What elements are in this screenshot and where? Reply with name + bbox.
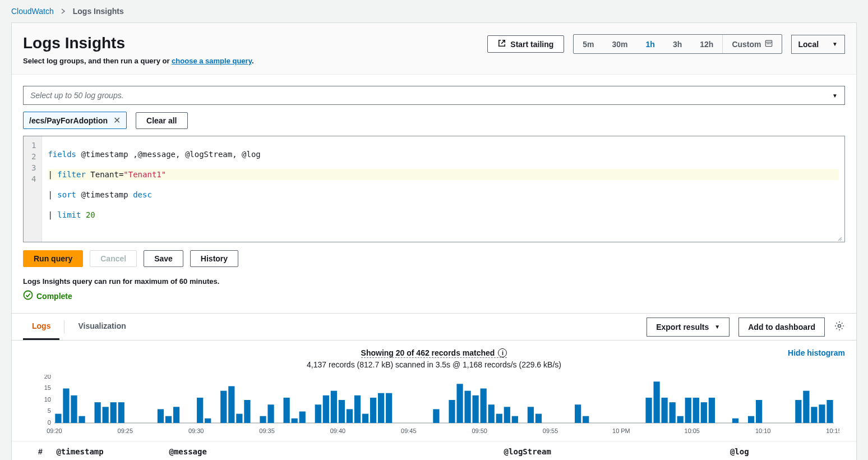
svg-rect-48: [464, 391, 470, 423]
breadcrumb-current: Logs Insights: [73, 7, 124, 16]
run-query-button[interactable]: Run query: [23, 250, 83, 267]
timezone-select[interactable]: Local ▼: [791, 35, 845, 54]
breadcrumb-parent[interactable]: CloudWatch: [11, 7, 54, 16]
svg-point-6: [838, 325, 841, 328]
svg-rect-70: [756, 400, 762, 423]
query-duration-note: Logs Insights query can run for maximum …: [23, 277, 845, 286]
result-tabs: Logs Visualization: [23, 314, 135, 340]
gear-icon[interactable]: [834, 320, 845, 333]
status-badge: Complete: [23, 290, 72, 302]
svg-rect-26: [220, 391, 227, 423]
caret-down-icon: ▼: [832, 93, 838, 99]
svg-rect-56: [535, 414, 542, 423]
svg-rect-75: [827, 400, 833, 423]
tab-logs[interactable]: Logs: [23, 314, 59, 340]
svg-rect-23: [173, 407, 179, 423]
svg-rect-69: [748, 416, 754, 423]
svg-rect-34: [299, 412, 306, 424]
start-tailing-button[interactable]: Start tailing: [487, 35, 564, 53]
time-option-3h[interactable]: 3h: [664, 35, 691, 53]
remove-token-icon[interactable]: ✕: [113, 115, 121, 126]
svg-rect-25: [205, 418, 211, 423]
query-editor[interactable]: 1234 fields @timestamp ,@message, @logSt…: [23, 136, 845, 242]
svg-rect-14: [63, 389, 69, 424]
time-option-12h[interactable]: 12h: [691, 35, 722, 53]
svg-rect-15: [71, 395, 77, 423]
histogram-chart[interactable]: 0510152009:2009:2509:3009:3509:4009:4509…: [12, 371, 856, 441]
line-gutter: 1234: [24, 136, 42, 242]
panel-header: Logs Insights Select log groups, and the…: [12, 23, 856, 75]
svg-text:10:10: 10:10: [755, 427, 770, 434]
svg-rect-50: [481, 389, 487, 424]
time-option-5m[interactable]: 5m: [574, 35, 603, 53]
col-log[interactable]: @log: [723, 441, 868, 460]
svg-rect-59: [645, 398, 652, 423]
caret-down-icon: ▼: [714, 324, 720, 330]
svg-rect-49: [473, 395, 479, 423]
resize-handle-icon[interactable]: [837, 234, 843, 241]
svg-rect-54: [512, 416, 518, 423]
query-code[interactable]: fields @timestamp ,@message, @logStream,…: [42, 136, 844, 242]
export-results-button[interactable]: Export results ▼: [647, 318, 730, 337]
svg-rect-16: [79, 416, 85, 423]
svg-rect-63: [677, 416, 684, 423]
svg-rect-57: [575, 404, 581, 423]
svg-text:20: 20: [44, 375, 51, 380]
svg-text:15: 15: [44, 384, 51, 391]
svg-rect-22: [165, 416, 172, 423]
svg-rect-45: [433, 409, 439, 423]
external-link-icon: [498, 39, 506, 49]
info-icon[interactable]: i: [498, 348, 507, 357]
hide-histogram-link[interactable]: Hide histogram: [788, 348, 845, 357]
col-message[interactable]: @message: [162, 441, 497, 460]
svg-rect-53: [504, 407, 510, 423]
svg-text:10 PM: 10 PM: [612, 427, 630, 434]
time-option-custom[interactable]: Custom: [723, 35, 781, 53]
svg-rect-73: [811, 407, 817, 423]
svg-rect-47: [456, 384, 463, 423]
page-subtitle: Select log groups, and then run a query …: [23, 57, 254, 65]
svg-rect-40: [354, 395, 361, 423]
svg-rect-3: [768, 43, 769, 44]
svg-rect-67: [709, 398, 715, 423]
svg-text:09:45: 09:45: [401, 427, 416, 434]
svg-rect-52: [496, 414, 502, 423]
log-group-token: /ecs/PayForAdoption ✕: [23, 112, 127, 129]
svg-rect-64: [685, 398, 691, 423]
svg-rect-31: [267, 404, 274, 423]
sample-query-link[interactable]: choose a sample query: [172, 57, 252, 65]
svg-rect-71: [795, 400, 801, 423]
svg-text:09:30: 09:30: [188, 427, 204, 434]
col-index[interactable]: #: [31, 441, 49, 460]
caret-down-icon: ▼: [832, 41, 838, 47]
svg-rect-62: [670, 402, 676, 423]
svg-rect-32: [284, 398, 290, 423]
svg-rect-4: [769, 43, 770, 44]
svg-rect-30: [260, 416, 266, 423]
svg-text:0: 0: [48, 419, 51, 426]
svg-rect-19: [110, 402, 117, 423]
svg-rect-72: [803, 391, 809, 423]
tab-visualization[interactable]: Visualization: [69, 314, 135, 340]
svg-rect-38: [339, 400, 345, 423]
time-option-1h[interactable]: 1h: [637, 35, 664, 53]
col-timestamp[interactable]: @timestamp: [49, 441, 162, 460]
save-button[interactable]: Save: [144, 250, 183, 267]
svg-rect-44: [386, 393, 392, 423]
clear-all-button[interactable]: Clear all: [136, 112, 187, 129]
svg-rect-21: [158, 409, 164, 423]
svg-text:09:25: 09:25: [118, 427, 133, 434]
col-logstream[interactable]: @logStream: [497, 441, 723, 460]
log-group-select[interactable]: Select up to 50 log groups. ▼: [23, 86, 845, 105]
svg-rect-68: [732, 418, 738, 423]
results-table: # @timestamp @message @logStream @log ▶ …: [12, 441, 856, 460]
svg-rect-55: [528, 407, 534, 423]
svg-rect-51: [488, 404, 495, 423]
history-button[interactable]: History: [190, 250, 238, 267]
svg-rect-42: [370, 398, 376, 423]
svg-rect-66: [701, 402, 707, 423]
add-to-dashboard-button[interactable]: Add to dashboard: [738, 318, 825, 337]
breadcrumb: CloudWatch Logs Insights: [0, 0, 868, 22]
time-option-30m[interactable]: 30m: [603, 35, 637, 53]
svg-rect-46: [449, 400, 455, 423]
